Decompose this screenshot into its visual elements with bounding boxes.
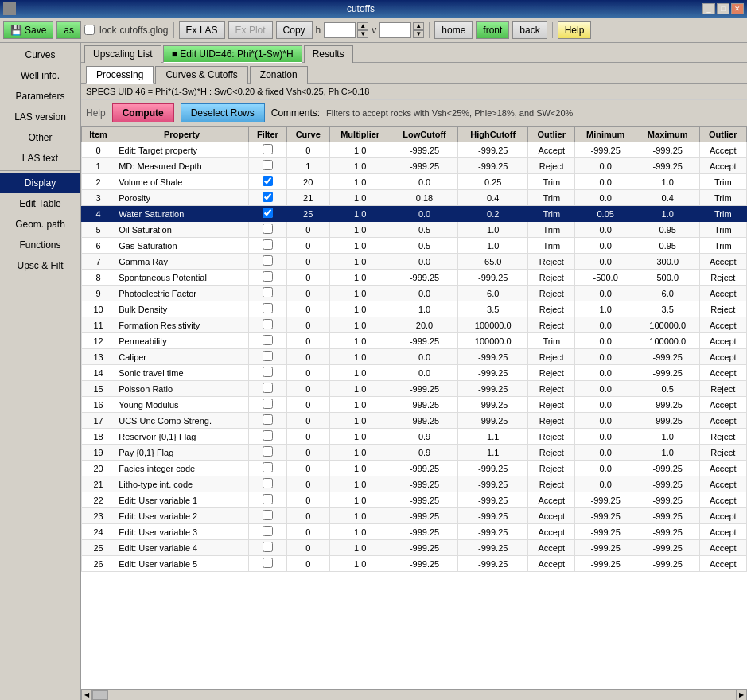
table-row[interactable]: 18Reservoir {0,1} Flag01.00.91.1Reject0.… xyxy=(82,429,747,445)
home-button[interactable]: home xyxy=(434,21,473,39)
table-row[interactable]: 26Edit: User variable 501.0-999.25-999.2… xyxy=(82,556,747,572)
table-row[interactable]: 4Water Saturation251.00.00.2Trim0.051.0T… xyxy=(82,206,747,222)
ex-plot-button[interactable]: Ex Plot xyxy=(228,21,273,39)
filter-checkbox[interactable] xyxy=(263,176,273,186)
table-row[interactable]: 10Bulk Density01.01.03.5Reject1.03.5Reje… xyxy=(82,301,747,317)
filter-checkbox[interactable] xyxy=(263,351,273,361)
table-row[interactable]: 5Oil Saturation01.00.51.0Trim0.00.95Trim xyxy=(82,222,747,238)
compute-button[interactable]: Compute xyxy=(112,103,174,122)
filter-checkbox[interactable] xyxy=(263,558,273,568)
front-button[interactable]: front xyxy=(476,21,509,39)
filter-checkbox[interactable] xyxy=(263,160,273,170)
table-row[interactable]: 21Litho-type int. code01.0-999.25-999.25… xyxy=(82,476,747,492)
h-input[interactable]: 0.55 xyxy=(324,22,356,38)
filter-checkbox[interactable] xyxy=(263,224,273,234)
sidebar-item-las-version[interactable]: LAS version xyxy=(0,107,80,127)
table-row[interactable]: 9Photoelectric Factor01.00.06.0Reject0.0… xyxy=(82,286,747,301)
title-bar-icon xyxy=(3,2,16,15)
filter-checkbox[interactable] xyxy=(263,414,273,425)
maximize-button[interactable]: □ xyxy=(717,3,729,14)
table-row[interactable]: 15Poisson Ratio01.0-999.25-999.25Reject0… xyxy=(82,381,747,397)
help-button[interactable]: Help xyxy=(558,21,592,39)
filter-checkbox[interactable] xyxy=(263,287,273,298)
tab-upscaling-list[interactable]: Upscaling List xyxy=(84,45,161,63)
filter-checkbox[interactable] xyxy=(263,271,273,282)
content-area: Upscaling List ■ Edit UID=46: Phi*(1-Sw)… xyxy=(81,43,747,700)
filter-checkbox[interactable] xyxy=(263,494,273,504)
filter-checkbox[interactable] xyxy=(263,255,273,266)
table-row[interactable]: 11Formation Resistivity01.020.0100000.0R… xyxy=(82,317,747,333)
sidebar-item-upsc-filt[interactable]: Upsc & Filt xyxy=(0,255,80,276)
filter-checkbox[interactable] xyxy=(263,526,273,536)
table-row[interactable]: 24Edit: User variable 301.0-999.25-999.2… xyxy=(82,524,747,540)
save-button[interactable]: 💾 Save xyxy=(3,21,53,39)
table-row[interactable]: 0Edit: Target property01.0-999.25-999.25… xyxy=(82,142,747,158)
scroll-thumb[interactable] xyxy=(92,690,108,700)
v-down-arrow[interactable]: ▼ xyxy=(413,30,424,38)
sidebar-item-parameters[interactable]: Parameters xyxy=(0,86,80,107)
table-row[interactable]: 8Spontaneous Potential01.0-999.25-999.25… xyxy=(82,270,747,286)
v-up-arrow[interactable]: ▲ xyxy=(413,22,424,30)
v-input[interactable]: 7 xyxy=(379,22,411,38)
sidebar-item-geom-path[interactable]: Geom. path xyxy=(0,214,80,235)
filter-checkbox[interactable] xyxy=(263,144,273,154)
filter-checkbox[interactable] xyxy=(263,510,273,520)
filter-checkbox[interactable] xyxy=(263,462,273,472)
filter-checkbox[interactable] xyxy=(263,208,273,218)
lock-checkbox[interactable] xyxy=(84,25,95,35)
deselect-rows-button[interactable]: Deselect Rows xyxy=(181,103,265,122)
close-button[interactable]: ✕ xyxy=(731,3,744,14)
filter-checkbox[interactable] xyxy=(263,542,273,552)
sidebar-item-display[interactable]: Display xyxy=(0,173,80,193)
sidebar-item-curves[interactable]: Curves xyxy=(0,45,80,65)
sub-tab-processing[interactable]: Processing xyxy=(86,66,154,84)
sidebar-item-other[interactable]: Other xyxy=(0,127,80,148)
h-label: h xyxy=(316,25,321,36)
table-row[interactable]: 7Gamma Ray01.00.065.0Reject0.0300.0Accep… xyxy=(82,254,747,270)
table-row[interactable]: 25Edit: User variable 401.0-999.25-999.2… xyxy=(82,540,747,556)
sidebar-item-functions[interactable]: Functions xyxy=(0,235,80,255)
minimize-button[interactable]: _ xyxy=(702,3,715,14)
filter-checkbox[interactable] xyxy=(263,430,273,441)
sidebar-item-well-info[interactable]: Well info. xyxy=(0,65,80,86)
sidebar-item-las-text[interactable]: LAS text xyxy=(0,148,80,169)
sidebar-item-edit-table[interactable]: Edit Table xyxy=(0,193,80,214)
as-button[interactable]: as xyxy=(56,21,81,39)
filter-checkbox[interactable] xyxy=(263,335,273,345)
horizontal-scrollbar[interactable]: ◀ ▶ xyxy=(81,689,747,700)
table-row[interactable]: 12Permeability01.0-999.25100000.0Trim0.0… xyxy=(82,333,747,349)
filter-checkbox[interactable] xyxy=(263,319,273,329)
h-up-arrow[interactable]: ▲ xyxy=(357,22,368,30)
table-row[interactable]: 19Pay {0,1} Flag01.00.91.1Reject0.01.0Re… xyxy=(82,445,747,461)
tab-edit-uid[interactable]: ■ Edit UID=46: Phi*(1-Sw)*H xyxy=(163,45,302,63)
filter-checkbox[interactable] xyxy=(263,192,273,202)
table-row[interactable]: 16Young Modulus01.0-999.25-999.25Reject0… xyxy=(82,397,747,413)
scroll-track[interactable] xyxy=(92,690,736,700)
filter-checkbox[interactable] xyxy=(263,303,273,313)
tab-results[interactable]: Results xyxy=(304,45,353,63)
scroll-right-button[interactable]: ▶ xyxy=(736,690,747,701)
table-row[interactable]: 22Edit: User variable 101.0-999.25-999.2… xyxy=(82,492,747,508)
table-row[interactable]: 6Gas Saturation01.00.51.0Trim0.00.95Trim xyxy=(82,238,747,254)
filter-checkbox[interactable] xyxy=(263,478,273,488)
ex-las-button[interactable]: Ex LAS xyxy=(179,21,225,39)
h-down-arrow[interactable]: ▼ xyxy=(357,30,368,38)
table-row[interactable]: 2Volume of Shale201.00.00.25Trim0.01.0Tr… xyxy=(82,174,747,190)
filter-checkbox[interactable] xyxy=(263,367,273,377)
filter-checkbox[interactable] xyxy=(263,399,273,409)
table-row[interactable]: 17UCS Unc Comp Streng.01.0-999.25-999.25… xyxy=(82,413,747,429)
copy-button[interactable]: Copy xyxy=(276,21,313,39)
table-row[interactable]: 1MD: Measured Depth11.0-999.25-999.25Rej… xyxy=(82,158,747,174)
sub-tab-curves-cutoffs[interactable]: Curves & Cutoffs xyxy=(155,66,247,84)
filter-checkbox[interactable] xyxy=(263,383,273,393)
table-row[interactable]: 20Facies integer code01.0-999.25-999.25R… xyxy=(82,461,747,476)
filter-checkbox[interactable] xyxy=(263,239,273,250)
sub-tab-zonation[interactable]: Zonation xyxy=(250,66,308,84)
filter-checkbox[interactable] xyxy=(263,446,273,457)
table-row[interactable]: 14Sonic travel time01.00.0-999.25Reject0… xyxy=(82,365,747,381)
table-row[interactable]: 13Caliper01.00.0-999.25Reject0.0-999.25A… xyxy=(82,349,747,365)
back-button[interactable]: back xyxy=(512,21,547,39)
table-row[interactable]: 3Porosity211.00.180.4Trim0.00.4Trim xyxy=(82,190,747,206)
table-row[interactable]: 23Edit: User variable 201.0-999.25-999.2… xyxy=(82,508,747,524)
scroll-left-button[interactable]: ◀ xyxy=(81,690,92,701)
